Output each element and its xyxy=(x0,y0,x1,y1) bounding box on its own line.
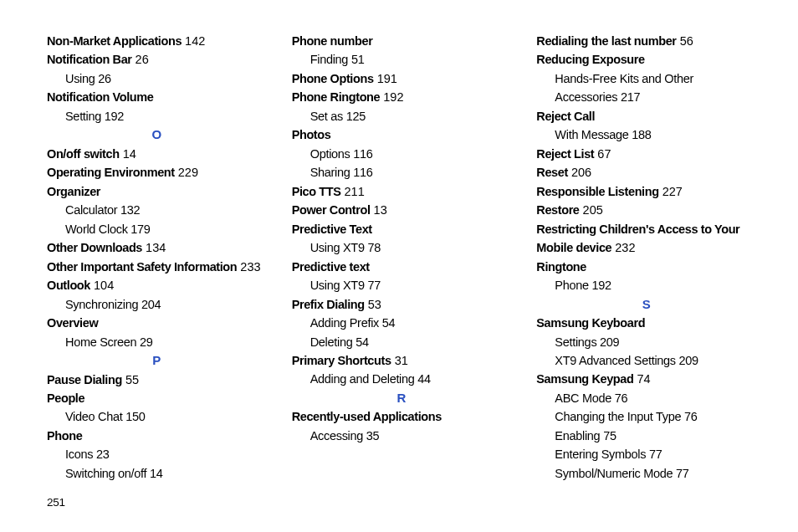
index-topic[interactable]: Other Downloads 134 xyxy=(47,238,267,257)
index-subtopic[interactable]: Entering Symbols 77 xyxy=(536,445,756,463)
index-subtopic[interactable]: XT9 Advanced Settings 209 xyxy=(536,351,756,370)
index-page-number: 14 xyxy=(123,147,136,161)
index-subtopic-label: Symbol/Numeric Mode xyxy=(555,467,673,480)
index-topic[interactable]: People xyxy=(47,389,267,407)
index-page-number: 192 xyxy=(105,110,124,123)
index-page-number: 31 xyxy=(395,354,408,367)
index-page-number: 75 xyxy=(603,429,616,442)
index-subtopic[interactable]: Accessing 35 xyxy=(292,427,512,445)
index-subtopic[interactable]: Calculator 132 xyxy=(47,201,267,219)
index-topic[interactable]: Samsung Keyboard xyxy=(536,314,756,332)
index-subtopic[interactable]: Switching on/off 14 xyxy=(47,464,267,483)
index-topic[interactable]: Organizer xyxy=(47,182,267,201)
index-topic[interactable]: Predictive text xyxy=(292,258,512,276)
index-subtopic[interactable]: Home Screen 29 xyxy=(47,333,267,351)
index-subtopic[interactable]: Video Chat 150 xyxy=(47,407,267,426)
index-topic[interactable]: Other Important Safety Information 233 xyxy=(47,258,267,276)
index-subtopic[interactable]: Using 26 xyxy=(47,69,267,88)
index-subtopic[interactable]: Enabling 75 xyxy=(536,427,756,445)
index-subtopic[interactable]: Using XT9 78 xyxy=(292,238,512,257)
index-topic-label: Phone Options xyxy=(292,72,374,85)
index-subtopic-label: Synchronizing xyxy=(65,298,138,311)
index-topic[interactable]: Responsible Listening 227 xyxy=(536,182,756,201)
index-topic[interactable]: Samsung Keypad 74 xyxy=(536,370,756,388)
index-subtopic[interactable]: Hands-Free Kits and Other Accessories 21… xyxy=(536,69,756,107)
index-topic[interactable]: Restricting Children's Access to Your Mo… xyxy=(536,220,756,258)
index-topic[interactable]: Pico TTS 211 xyxy=(292,182,512,201)
index-topic[interactable]: Notification Volume xyxy=(47,88,267,106)
index-subtopic[interactable]: With Message 188 xyxy=(536,125,756,144)
index-subtopic[interactable]: Deleting 54 xyxy=(292,333,512,351)
index-topic[interactable]: Notification Bar 26 xyxy=(47,50,267,69)
index-page-number: 209 xyxy=(679,354,698,367)
index-topic[interactable]: Pause Dialing 55 xyxy=(47,371,267,389)
index-subtopic[interactable]: World Clock 179 xyxy=(47,220,267,238)
index-topic[interactable]: On/off switch 14 xyxy=(47,145,267,163)
index-topic[interactable]: Photos xyxy=(292,125,512,144)
index-topic-label: Non-Market Applications xyxy=(47,34,182,48)
index-page-number: 227 xyxy=(662,185,683,198)
index-subtopic[interactable]: Changing the Input Type 76 xyxy=(536,407,756,426)
index-topic-label: Samsung Keypad xyxy=(536,372,633,386)
index-subtopic[interactable]: Settings 209 xyxy=(536,333,756,351)
index-topic-label: Pause Dialing xyxy=(47,373,122,386)
index-topic[interactable]: Phone Ringtone 192 xyxy=(292,88,512,106)
index-subtopic-label: Finding xyxy=(310,53,348,66)
index-topic-label: Organizer xyxy=(47,185,100,198)
index-subtopic[interactable]: Adding and Deleting 44 xyxy=(292,370,512,388)
index-subtopic[interactable]: Set as 125 xyxy=(292,107,512,125)
index-column-2: Phone numberFinding 51Phone Options 191P… xyxy=(292,32,512,475)
index-topic[interactable]: Restore 205 xyxy=(536,201,756,219)
index-subtopic[interactable]: Symbol/Numeric Mode 77 xyxy=(536,464,756,483)
index-page-number: 54 xyxy=(356,335,369,349)
index-subtopic-label: Changing the Input Type xyxy=(555,410,681,423)
index-subtopic-label: Set as xyxy=(310,110,343,123)
index-page-number: 211 xyxy=(345,185,365,198)
index-subtopic-label: With Message xyxy=(555,128,628,141)
index-page-number: 179 xyxy=(130,223,150,236)
index-topic[interactable]: Redialing the last number 56 xyxy=(536,32,756,50)
index-topic[interactable]: Reducing Exposure xyxy=(536,50,756,69)
index-topic[interactable]: Reject Call xyxy=(536,107,756,125)
index-subtopic[interactable]: ABC Mode 76 xyxy=(536,389,756,407)
index-topic[interactable]: Non-Market Applications 142 xyxy=(47,32,267,50)
index-page-number: 205 xyxy=(583,203,603,217)
index-topic[interactable]: Prefix Dialing 53 xyxy=(292,295,512,314)
index-topic[interactable]: Phone Options 191 xyxy=(292,69,512,88)
index-topic[interactable]: Primary Shortcuts 31 xyxy=(292,351,512,370)
index-subtopic[interactable]: Options 116 xyxy=(292,145,512,163)
index-subtopic[interactable]: Synchronizing 204 xyxy=(47,295,267,314)
index-page-number: 229 xyxy=(178,166,198,179)
index-subtopic[interactable]: Sharing 116 xyxy=(292,163,512,182)
index-subtopic[interactable]: Using XT9 77 xyxy=(292,276,512,294)
index-subtopic[interactable]: Icons 23 xyxy=(47,445,267,463)
index-page-number: 191 xyxy=(377,72,397,85)
index-subtopic[interactable]: Adding Prefix 54 xyxy=(292,314,512,332)
index-subtopic[interactable]: Finding 51 xyxy=(292,50,512,69)
index-topic-label: Other Important Safety Information xyxy=(47,260,237,274)
index-topic[interactable]: Recently-used Applications xyxy=(292,407,512,426)
index-topic[interactable]: Phone xyxy=(47,427,267,445)
index-subtopic-label: Using xyxy=(65,72,95,85)
index-page-number: 13 xyxy=(374,203,387,217)
index-topic[interactable]: Ringtone xyxy=(536,258,756,276)
index-page-number: 206 xyxy=(571,166,591,179)
index-page-number: 76 xyxy=(684,410,698,423)
index-topic[interactable]: Phone number xyxy=(292,32,512,50)
index-topic[interactable]: Reject List 67 xyxy=(536,145,756,163)
index-page-number: 209 xyxy=(600,335,619,349)
index-topic[interactable]: Operating Environment 229 xyxy=(47,163,267,182)
index-topic-label: Ringtone xyxy=(536,260,586,274)
index-subtopic[interactable]: Setting 192 xyxy=(47,107,267,125)
index-subtopic[interactable]: Phone 192 xyxy=(536,276,756,294)
index-subtopic-label: Sharing xyxy=(310,166,350,179)
index-topic[interactable]: Outlook 104 xyxy=(47,276,267,294)
index-topic[interactable]: Reset 206 xyxy=(536,163,756,182)
index-topic-label: Restore xyxy=(536,203,579,217)
index-topic-label: Prefix Dialing xyxy=(292,298,365,311)
index-subtopic-label: Using XT9 xyxy=(310,279,365,292)
index-topic[interactable]: Power Control 13 xyxy=(292,201,512,219)
index-subtopic-label: XT9 Advanced Settings xyxy=(555,354,675,367)
index-topic[interactable]: Overview xyxy=(47,314,267,332)
index-topic[interactable]: Predictive Text xyxy=(292,220,512,238)
